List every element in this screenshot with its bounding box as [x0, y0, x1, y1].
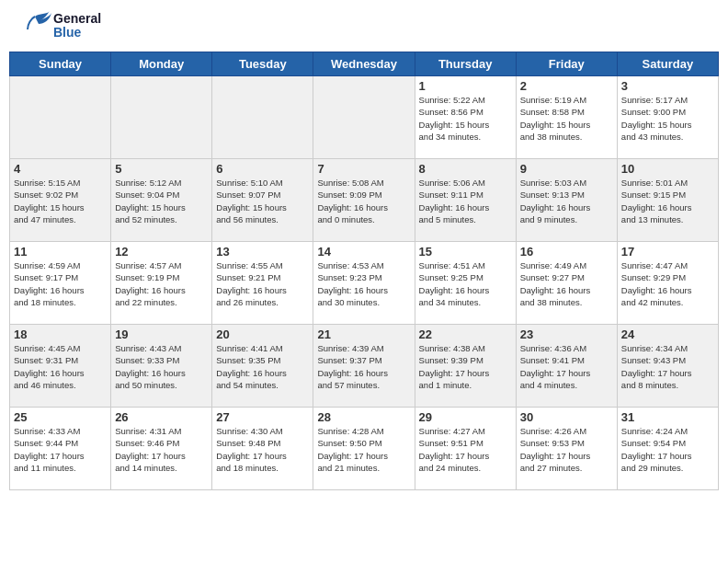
- day-number: 20: [216, 327, 309, 341]
- logo-mark: [18, 9, 51, 42]
- day-info: Sunrise: 5:19 AM Sunset: 8:58 PM Dayligh…: [520, 94, 613, 143]
- day-number: 1: [419, 79, 512, 93]
- day-info: Sunrise: 5:08 AM Sunset: 9:09 PM Dayligh…: [317, 177, 410, 225]
- day-cell-18: 18Sunrise: 4:45 AM Sunset: 9:31 PM Dayli…: [10, 325, 111, 408]
- day-info: Sunrise: 5:03 AM Sunset: 9:13 PM Dayligh…: [520, 177, 613, 225]
- day-cell-4: 4Sunrise: 5:15 AM Sunset: 9:02 PM Daylig…: [10, 159, 111, 242]
- empty-cell: [10, 76, 111, 159]
- day-info: Sunrise: 4:55 AM Sunset: 9:21 PM Dayligh…: [216, 259, 309, 308]
- day-cell-7: 7Sunrise: 5:08 AM Sunset: 9:09 PM Daylig…: [313, 159, 415, 242]
- day-cell-29: 29Sunrise: 4:27 AM Sunset: 9:51 PM Dayli…: [415, 408, 516, 490]
- logo-general: General: [53, 12, 101, 26]
- day-cell-13: 13Sunrise: 4:55 AM Sunset: 9:21 PM Dayli…: [212, 242, 313, 325]
- day-header-sunday: Sunday: [10, 52, 111, 76]
- day-number: 18: [14, 327, 107, 341]
- day-info: Sunrise: 4:39 AM Sunset: 9:37 PM Dayligh…: [317, 342, 410, 391]
- day-number: 25: [14, 410, 107, 424]
- day-cell-27: 27Sunrise: 4:30 AM Sunset: 9:48 PM Dayli…: [212, 408, 313, 490]
- day-number: 31: [621, 410, 714, 424]
- day-info: Sunrise: 4:26 AM Sunset: 9:53 PM Dayligh…: [520, 425, 613, 474]
- day-number: 8: [419, 162, 512, 176]
- day-info: Sunrise: 5:15 AM Sunset: 9:02 PM Dayligh…: [14, 177, 107, 225]
- day-cell-31: 31Sunrise: 4:24 AM Sunset: 9:54 PM Dayli…: [617, 408, 718, 490]
- day-cell-17: 17Sunrise: 4:47 AM Sunset: 9:29 PM Dayli…: [617, 242, 718, 325]
- day-cell-2: 2Sunrise: 5:19 AM Sunset: 8:58 PM Daylig…: [516, 76, 617, 159]
- day-info: Sunrise: 4:27 AM Sunset: 9:51 PM Dayligh…: [419, 425, 512, 474]
- header: General Blue: [0, 0, 728, 52]
- day-cell-5: 5Sunrise: 5:12 AM Sunset: 9:04 PM Daylig…: [111, 159, 212, 242]
- day-cell-22: 22Sunrise: 4:38 AM Sunset: 9:39 PM Dayli…: [415, 325, 516, 408]
- day-info: Sunrise: 4:59 AM Sunset: 9:17 PM Dayligh…: [14, 259, 107, 308]
- day-cell-25: 25Sunrise: 4:33 AM Sunset: 9:44 PM Dayli…: [10, 408, 111, 490]
- day-header-monday: Monday: [111, 52, 212, 76]
- day-header-tuesday: Tuesday: [212, 52, 313, 76]
- empty-cell: [212, 76, 313, 159]
- day-info: Sunrise: 5:10 AM Sunset: 9:07 PM Dayligh…: [216, 177, 309, 225]
- day-number: 22: [419, 327, 512, 341]
- week-row-1: 1Sunrise: 5:22 AM Sunset: 8:56 PM Daylig…: [10, 76, 719, 159]
- logo-blue: Blue: [53, 26, 101, 40]
- day-number: 10: [621, 162, 714, 176]
- day-number: 21: [317, 327, 410, 341]
- day-info: Sunrise: 4:51 AM Sunset: 9:25 PM Dayligh…: [419, 259, 512, 308]
- logo: General Blue: [18, 9, 101, 42]
- day-header-wednesday: Wednesday: [313, 52, 415, 76]
- calendar-table: SundayMondayTuesdayWednesdayThursdayFrid…: [9, 52, 719, 490]
- day-number: 13: [216, 245, 309, 259]
- logo-text-block: General Blue: [53, 12, 101, 40]
- day-cell-8: 8Sunrise: 5:06 AM Sunset: 9:11 PM Daylig…: [415, 159, 516, 242]
- day-info: Sunrise: 4:53 AM Sunset: 9:23 PM Dayligh…: [317, 259, 410, 308]
- header-row: SundayMondayTuesdayWednesdayThursdayFrid…: [10, 52, 719, 76]
- day-number: 2: [520, 79, 613, 93]
- week-row-2: 4Sunrise: 5:15 AM Sunset: 9:02 PM Daylig…: [10, 159, 719, 242]
- day-cell-11: 11Sunrise: 4:59 AM Sunset: 9:17 PM Dayli…: [10, 242, 111, 325]
- day-info: Sunrise: 4:31 AM Sunset: 9:46 PM Dayligh…: [115, 425, 208, 474]
- day-number: 12: [115, 245, 208, 259]
- day-info: Sunrise: 5:17 AM Sunset: 9:00 PM Dayligh…: [621, 94, 714, 143]
- day-number: 16: [520, 245, 613, 259]
- day-number: 30: [520, 410, 613, 424]
- day-cell-15: 15Sunrise: 4:51 AM Sunset: 9:25 PM Dayli…: [415, 242, 516, 325]
- day-number: 14: [317, 245, 410, 259]
- calendar-wrap: SundayMondayTuesdayWednesdayThursdayFrid…: [0, 52, 728, 494]
- day-cell-30: 30Sunrise: 4:26 AM Sunset: 9:53 PM Dayli…: [516, 408, 617, 490]
- day-number: 24: [621, 327, 714, 341]
- page-container: General Blue SundayMondayTuesdayWednesda…: [0, 0, 728, 563]
- day-info: Sunrise: 4:36 AM Sunset: 9:41 PM Dayligh…: [520, 342, 613, 391]
- day-number: 5: [115, 162, 208, 176]
- day-info: Sunrise: 4:38 AM Sunset: 9:39 PM Dayligh…: [419, 342, 512, 391]
- day-cell-1: 1Sunrise: 5:22 AM Sunset: 8:56 PM Daylig…: [415, 76, 516, 159]
- day-cell-23: 23Sunrise: 4:36 AM Sunset: 9:41 PM Dayli…: [516, 325, 617, 408]
- day-cell-24: 24Sunrise: 4:34 AM Sunset: 9:43 PM Dayli…: [617, 325, 718, 408]
- day-cell-3: 3Sunrise: 5:17 AM Sunset: 9:00 PM Daylig…: [617, 76, 718, 159]
- week-row-5: 25Sunrise: 4:33 AM Sunset: 9:44 PM Dayli…: [10, 408, 719, 490]
- day-number: 19: [115, 327, 208, 341]
- day-info: Sunrise: 4:47 AM Sunset: 9:29 PM Dayligh…: [621, 259, 714, 308]
- day-number: 26: [115, 410, 208, 424]
- day-number: 23: [520, 327, 613, 341]
- day-header-saturday: Saturday: [617, 52, 718, 76]
- day-info: Sunrise: 4:43 AM Sunset: 9:33 PM Dayligh…: [115, 342, 208, 391]
- logo-icon: [18, 9, 51, 42]
- day-header-thursday: Thursday: [415, 52, 516, 76]
- day-number: 27: [216, 410, 309, 424]
- week-row-4: 18Sunrise: 4:45 AM Sunset: 9:31 PM Dayli…: [10, 325, 719, 408]
- day-cell-14: 14Sunrise: 4:53 AM Sunset: 9:23 PM Dayli…: [313, 242, 415, 325]
- day-cell-26: 26Sunrise: 4:31 AM Sunset: 9:46 PM Dayli…: [111, 408, 212, 490]
- day-cell-19: 19Sunrise: 4:43 AM Sunset: 9:33 PM Dayli…: [111, 325, 212, 408]
- day-header-friday: Friday: [516, 52, 617, 76]
- day-cell-20: 20Sunrise: 4:41 AM Sunset: 9:35 PM Dayli…: [212, 325, 313, 408]
- day-info: Sunrise: 4:49 AM Sunset: 9:27 PM Dayligh…: [520, 259, 613, 308]
- day-number: 9: [520, 162, 613, 176]
- day-number: 7: [317, 162, 410, 176]
- day-number: 17: [621, 245, 714, 259]
- day-info: Sunrise: 5:22 AM Sunset: 8:56 PM Dayligh…: [419, 94, 512, 143]
- day-number: 11: [14, 245, 107, 259]
- day-info: Sunrise: 5:06 AM Sunset: 9:11 PM Dayligh…: [419, 177, 512, 225]
- day-info: Sunrise: 4:28 AM Sunset: 9:50 PM Dayligh…: [317, 425, 410, 474]
- day-info: Sunrise: 4:34 AM Sunset: 9:43 PM Dayligh…: [621, 342, 714, 391]
- day-info: Sunrise: 4:41 AM Sunset: 9:35 PM Dayligh…: [216, 342, 309, 391]
- day-number: 15: [419, 245, 512, 259]
- day-info: Sunrise: 4:24 AM Sunset: 9:54 PM Dayligh…: [621, 425, 714, 474]
- week-row-3: 11Sunrise: 4:59 AM Sunset: 9:17 PM Dayli…: [10, 242, 719, 325]
